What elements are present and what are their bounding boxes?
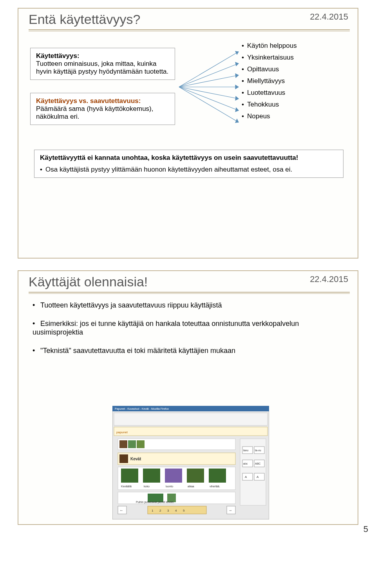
word-1: koko [144, 485, 150, 488]
sb-3: ABC [255, 462, 260, 465]
slide-title: Käyttäjät olennaisia! [18, 271, 358, 291]
pg-3: 3 [167, 509, 169, 512]
slide-1: 22.4.2015 Entä käytettävyys? Käytettävyy… [18, 8, 358, 259]
list-item: •Miellyttävyys [242, 77, 297, 85]
title-underline-thin [29, 31, 350, 31]
word-0: Keväällä [121, 485, 132, 488]
svg-marker-3 [235, 62, 239, 66]
svg-marker-5 [235, 74, 239, 78]
definition-box-comparison: Käytettävyys vs. saavutettavuus: Päämäär… [30, 93, 175, 125]
svg-rect-26 [143, 469, 160, 483]
svg-rect-30 [118, 492, 235, 504]
svg-rect-28 [187, 469, 204, 483]
svg-line-2 [179, 63, 239, 87]
fan-arrows-icon [176, 48, 244, 126]
svg-marker-9 [235, 96, 239, 100]
pg-2: 2 [159, 509, 161, 512]
svg-rect-29 [209, 469, 226, 483]
slide-2: 22.4.2015 Käyttäjät olennaisia! •Tuottee… [18, 270, 358, 525]
svg-marker-11 [235, 108, 239, 112]
pg-4: 4 [175, 509, 177, 512]
word-4: vihertää. [210, 485, 220, 488]
list-item: •Tuotteen käytettävyys ja saavutettavuus… [33, 301, 345, 310]
list-item: •"Teknistä" saavutettavuutta ei toki mää… [33, 346, 345, 355]
site-name-text: papunet [116, 431, 128, 434]
browser-title-text: Papunet - Kuvasivut - Kevät - Mozilla Fi… [115, 407, 169, 411]
svg-rect-17 [114, 427, 268, 436]
svg-text:←: ← [119, 508, 123, 512]
pg-1: 1 [152, 509, 154, 512]
embedded-browser-screenshot: Papunet - Kuvasivut - Kevät - Mozilla Fi… [112, 406, 269, 519]
list-item: •Nopeus [242, 112, 297, 120]
attribute-list: •Käytön helppous •Yksinkertaisuus •Opitt… [242, 42, 297, 124]
list-item: •Tehokkuus [242, 101, 297, 109]
sb-5: A [257, 475, 259, 479]
title-underline [29, 29, 350, 30]
list-item: •Luotettavuus [242, 89, 297, 97]
slide-date: 22.4.2015 [310, 274, 348, 284]
svg-rect-20 [128, 440, 136, 448]
sb-4: A [245, 475, 247, 479]
svg-rect-25 [121, 469, 138, 483]
box-body: Tuotteen ominaisuus, joka mittaa, kuinka… [36, 60, 168, 75]
title-underline [29, 292, 350, 293]
box-heading: Käytettävyys vs. saavutettavuus: [36, 97, 141, 105]
list-item: •Esimerkiksi: jos ei tunne käyttäjiä on … [33, 319, 345, 337]
sb-1: ta-vu [255, 449, 261, 452]
svg-line-4 [179, 75, 239, 87]
summary-line-1: Käytettävyyttä ei kannata unohtaa, koska… [40, 154, 338, 162]
slide-date: 22.4.2015 [310, 12, 348, 22]
svg-line-10 [179, 87, 239, 110]
svg-marker-7 [235, 85, 239, 89]
svg-line-8 [179, 87, 239, 99]
svg-rect-23 [119, 454, 128, 463]
word-3: alkaa [188, 485, 194, 488]
list-item: •Yksinkertaisuus [242, 54, 297, 62]
word-2: luonto [166, 485, 173, 488]
box-heading: Käytettävyys: [36, 52, 80, 60]
slide-title: Entä käytettävyys? [18, 9, 358, 29]
sb-2: abc [243, 462, 248, 465]
svg-rect-42 [254, 473, 264, 480]
svg-text:→: → [228, 508, 232, 512]
list-item: •Opittavuus [242, 65, 297, 73]
sb-0: tavu [243, 449, 248, 452]
summary-box: Käytettävyyttä ei kannata unohtaa, koska… [34, 150, 343, 178]
slide-body: •Tuotteen käytettävyys ja saavutettavuus… [18, 294, 358, 355]
svg-rect-34 [148, 506, 206, 514]
page-heading-text: Kevät [130, 457, 141, 461]
svg-rect-27 [165, 469, 182, 483]
pg-5: 5 [183, 509, 185, 512]
definition-box-usability: Käytettävyys: Tuotteen ominaisuus, joka … [30, 48, 175, 80]
caption-2-text: Puihin puhkeavat pienet lehdet. [136, 501, 174, 504]
svg-line-12 [179, 87, 239, 122]
page-number: 5 [363, 524, 368, 534]
summary-line-2: •Osa käyttäjistä pystyy ylittämään huono… [40, 166, 338, 174]
svg-line-0 [179, 52, 239, 87]
svg-rect-41 [242, 473, 253, 480]
svg-rect-19 [119, 440, 127, 448]
list-item: •Käytön helppous [242, 42, 297, 50]
box-body: Päämäärä sama (hyvä käyttökokemus), näkö… [36, 105, 154, 120]
svg-rect-16 [114, 413, 268, 425]
svg-rect-21 [137, 440, 145, 448]
svg-marker-1 [235, 51, 239, 54]
